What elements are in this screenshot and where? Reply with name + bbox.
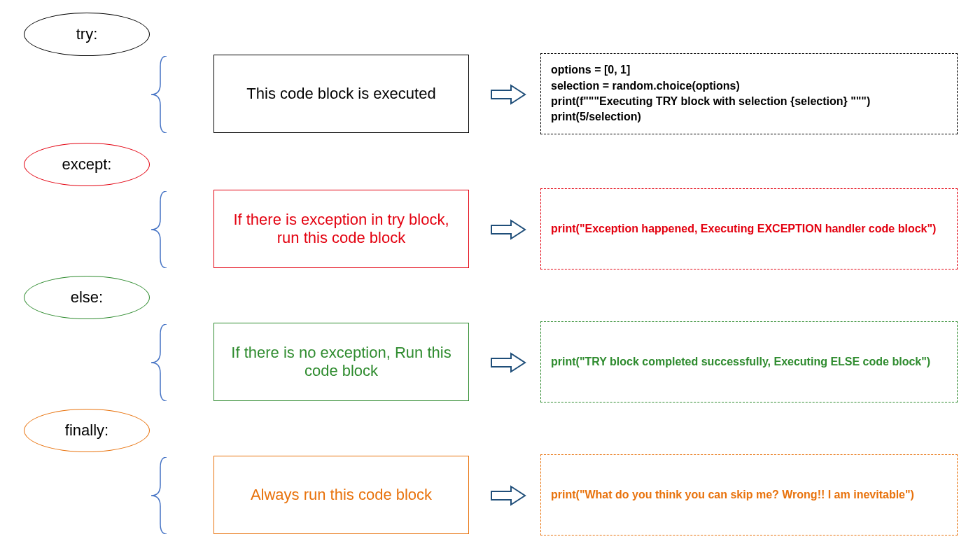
except-keyword-ellipse: except: <box>24 143 150 186</box>
except-description-box: If there is exception in try block, run … <box>214 190 469 268</box>
try-keyword-label: try: <box>76 25 98 43</box>
try-bracket-icon <box>148 56 169 133</box>
else-bracket-icon <box>148 324 169 401</box>
try-description-box: This code block is executed <box>214 55 469 133</box>
except-description-text: If there is exception in try block, run … <box>221 211 461 247</box>
try-code-box: options = [0, 1] selection = random.choi… <box>540 53 958 134</box>
except-arrow-icon <box>490 219 526 240</box>
finally-bracket-icon <box>148 457 169 534</box>
else-keyword-ellipse: else: <box>24 276 150 319</box>
try-keyword-ellipse: try: <box>24 13 150 56</box>
else-keyword-label: else: <box>71 288 103 307</box>
finally-code-line: print("What do you think you can skip me… <box>551 487 947 503</box>
else-code-line: print("TRY block completed successfully,… <box>551 354 947 370</box>
finally-description-text: Always run this code block <box>251 486 432 504</box>
try-arrow-icon <box>490 84 526 105</box>
finally-description-box: Always run this code block <box>214 456 469 534</box>
except-keyword-label: except: <box>62 155 112 174</box>
except-bracket-icon <box>148 191 169 268</box>
finally-keyword-ellipse: finally: <box>24 409 150 452</box>
else-description-box: If there is no exception, Run this code … <box>214 323 469 401</box>
try-code-line-4: print(5/selection) <box>551 109 947 125</box>
finally-arrow-icon <box>490 485 526 506</box>
except-code-box: print("Exception happened, Executing EXC… <box>540 188 958 270</box>
try-code-line-2: selection = random.choice(options) <box>551 78 947 94</box>
else-arrow-icon <box>490 352 526 373</box>
finally-code-box: print("What do you think you can skip me… <box>540 454 958 536</box>
else-description-text: If there is no exception, Run this code … <box>221 344 461 380</box>
except-code-line: print("Exception happened, Executing EXC… <box>551 221 947 237</box>
else-code-box: print("TRY block completed successfully,… <box>540 321 958 402</box>
finally-keyword-label: finally: <box>65 421 108 440</box>
try-code-line-1: options = [0, 1] <box>551 62 947 78</box>
try-code-line-3: print(f"""Executing TRY block with selec… <box>551 94 947 109</box>
try-description-text: This code block is executed <box>246 85 435 103</box>
